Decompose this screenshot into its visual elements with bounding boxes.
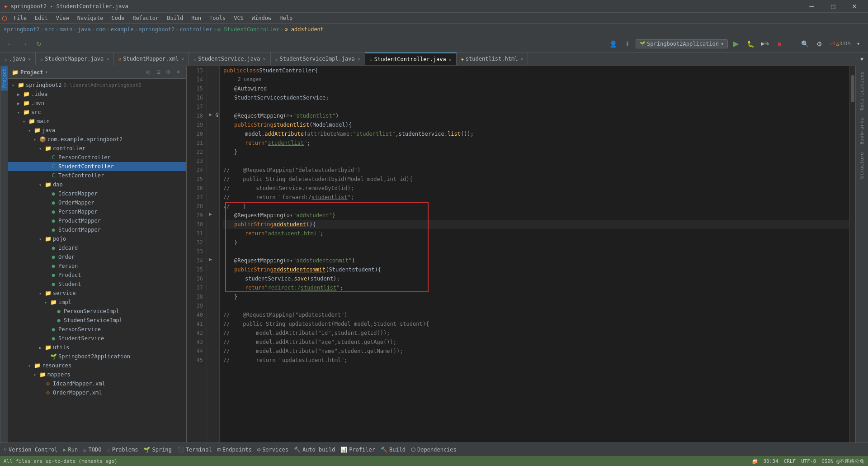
menu-run[interactable]: Run [188, 14, 205, 22]
tab-studentcontroller-java[interactable]: ☕ StudentController.java ✕ [365, 52, 457, 65]
tab-studentmapper-java[interactable]: ☕ StudentMapper.java ✕ [36, 52, 114, 65]
code-area[interactable]: 13 14 15 16 17 18 19 20 21 22 23 24 25 2… [187, 66, 855, 442]
menu-navigate[interactable]: Navigate [74, 14, 107, 22]
menu-file[interactable]: File [10, 14, 30, 22]
tree-idcardmapper-xml[interactable]: ⚙ IdcardMapper.xml [8, 379, 186, 388]
tab-studentserviceimpl-java[interactable]: ☕ StudentServiceImpl.java ✕ [271, 52, 365, 65]
run-config-selector[interactable]: 🌱 Springboot2Application ▾ [636, 39, 728, 48]
tree-idcardmapper[interactable]: ● IdcardMapper [8, 189, 186, 198]
tree-springboot2app[interactable]: 🌱 Springboot2Application [8, 352, 186, 361]
panel-dropdown[interactable]: ▾ [45, 69, 48, 75]
tab-studentservice-java[interactable]: ☕ StudentService.java ✕ [189, 52, 270, 65]
tabs-more[interactable]: ▾ [855, 52, 868, 65]
endpoints-tool[interactable]: ⊞ Endpoints [217, 447, 252, 453]
tree-controller-folder[interactable]: ▾ 📁 controller [8, 144, 186, 153]
toolbar-forward[interactable]: → [18, 38, 31, 50]
tree-studentmapper[interactable]: ● StudentMapper [8, 225, 186, 234]
maximize-button[interactable]: ◻ [823, 0, 843, 13]
menu-vcs[interactable]: VCS [230, 14, 247, 22]
auto-build-tool[interactable]: 🔨 Auto-build [294, 447, 335, 453]
run-marker-1[interactable]: ▶ [209, 111, 212, 118]
run-with-coverage[interactable]: ▶% [759, 38, 771, 50]
run-marker-3[interactable]: ▶ [209, 256, 212, 262]
status-cursor[interactable]: 30:34 [764, 458, 778, 464]
tree-studentserviceimpl[interactable]: ● StudentServiceImpl [8, 316, 186, 325]
toolbar-vcs-update[interactable]: ⬇ [621, 38, 634, 50]
tree-student[interactable]: ● Student [8, 280, 186, 289]
tab-studentlist-html[interactable]: ◈ studentlist.html ✕ [457, 52, 528, 65]
tab-close-studentcontroller-java[interactable]: ✕ [449, 57, 452, 62]
toolbar-sync[interactable]: ↻ [33, 38, 45, 50]
code-content[interactable]: public class StudentController { 2 usage… [220, 66, 849, 442]
toolbar-search[interactable]: 🔍 [798, 38, 811, 50]
vertical-scrollbar[interactable] [849, 66, 855, 442]
tree-ordermapper[interactable]: ● OrderMapper [8, 198, 186, 207]
tree-order[interactable]: ● Order [8, 252, 186, 262]
debug-button[interactable]: 🐛 [744, 38, 757, 50]
run-tool[interactable]: ▶ Run [63, 447, 78, 453]
close-button[interactable]: ✕ [844, 0, 864, 13]
version-control-tool[interactable]: ⑂ Version Control [4, 447, 57, 453]
tab-java[interactable]: ☕ .java ✕ [0, 52, 36, 65]
tree-mvn[interactable]: ▶ 📁 .mvn [8, 99, 186, 108]
scrollbar-thumb[interactable] [851, 75, 854, 102]
tree-src[interactable]: ▾ 📁 src [8, 108, 186, 117]
nav-example[interactable]: example [111, 26, 134, 33]
services-tool[interactable]: ⚙ Services [257, 447, 288, 453]
tab-close-studentmapper-java[interactable]: ✕ [106, 57, 109, 62]
tree-personcontroller[interactable]: C PersonController [8, 153, 186, 162]
menu-view[interactable]: View [52, 14, 73, 22]
problems-tool[interactable]: ⚠ Problems [107, 447, 138, 453]
menu-tools[interactable]: Tools [206, 14, 229, 22]
status-charset[interactable]: UTF-8 [801, 458, 816, 464]
tree-resources-folder[interactable]: ▾ 📁 resources [8, 361, 186, 370]
tree-product[interactable]: ● Product [8, 271, 186, 280]
tree-ordermapper-xml[interactable]: ⚙ OrderMapper.xml [8, 388, 186, 397]
tree-idea[interactable]: ▶ 📁 .idea [8, 90, 186, 99]
nav-springboot2-pkg[interactable]: springboot2 [139, 26, 175, 33]
tab-close-java[interactable]: ✕ [28, 57, 31, 62]
nav-java[interactable]: java [78, 26, 91, 33]
todo-tool[interactable]: ☑ TODO [83, 447, 101, 453]
toolbar-user[interactable]: 👤 [607, 38, 619, 50]
tree-studentcontroller[interactable]: C StudentController [8, 162, 186, 171]
nav-studentcontroller[interactable]: ⊙ StudentController [217, 26, 279, 33]
tab-studentmapper-xml[interactable]: ⚙ StudentMapper.xml ✕ [114, 52, 189, 65]
run-button[interactable]: ▶ [730, 38, 742, 50]
minimize-button[interactable]: ─ [802, 0, 822, 13]
tree-idcard[interactable]: ● Idcard [8, 243, 186, 252]
menu-build[interactable]: Build [163, 14, 187, 22]
tree-main[interactable]: ▾ 📁 main [8, 117, 186, 126]
tree-impl-folder[interactable]: ▾ 📁 impl [8, 298, 186, 307]
tree-testcontroller[interactable]: C TestController [8, 171, 186, 180]
structure-label[interactable]: Structure [857, 148, 867, 183]
warnings-expand[interactable]: ▾ [852, 38, 864, 50]
tree-utils-folder[interactable]: ▶ 📁 utils [8, 343, 186, 352]
panel-locate[interactable]: ◎ [144, 68, 153, 77]
tree-service-folder[interactable]: ▾ 📁 service [8, 289, 186, 298]
tab-close-studentlist-html[interactable]: ✕ [520, 57, 523, 62]
stop-button[interactable]: ■ [773, 38, 786, 50]
tab-close-studentmapper-xml[interactable]: ✕ [181, 57, 184, 62]
tree-root[interactable]: ▾ 📁 springboot2 D:\Users\Admin\springboo… [8, 81, 186, 90]
bookmarks-label[interactable]: Bookmarks [857, 114, 867, 148]
menu-edit[interactable]: Edit [31, 14, 52, 22]
tree-productmapper[interactable]: ● ProductMapper [8, 216, 186, 225]
toolbar-settings[interactable]: ⚙ [813, 38, 826, 50]
tree-package[interactable]: ▾ 📦 com.example.springboot2 [8, 135, 186, 144]
menu-window[interactable]: Window [248, 14, 275, 22]
tree-personservice[interactable]: ● PersonService [8, 325, 186, 334]
tab-close-studentserviceimpl-java[interactable]: ✕ [358, 57, 360, 62]
panel-settings[interactable]: ⚙ [164, 68, 173, 77]
tree-pojo-folder[interactable]: ▾ 📁 pojo [8, 234, 186, 243]
build-tool[interactable]: 🔨 Build [381, 447, 406, 453]
tab-close-studentservice-java[interactable]: ✕ [263, 57, 266, 62]
run-marker-2[interactable]: ▶ [209, 211, 212, 217]
nav-controller[interactable]: controller [179, 26, 212, 33]
tree-personserviceimpl[interactable]: ● PersonServiceImpl [8, 307, 186, 316]
menu-help[interactable]: Help [276, 14, 296, 22]
notifications-label[interactable]: Notifications [857, 68, 867, 114]
project-panel-label[interactable]: Project [1, 66, 8, 90]
status-crlf[interactable]: CRLF [784, 458, 796, 464]
menu-code[interactable]: Code [108, 14, 128, 22]
